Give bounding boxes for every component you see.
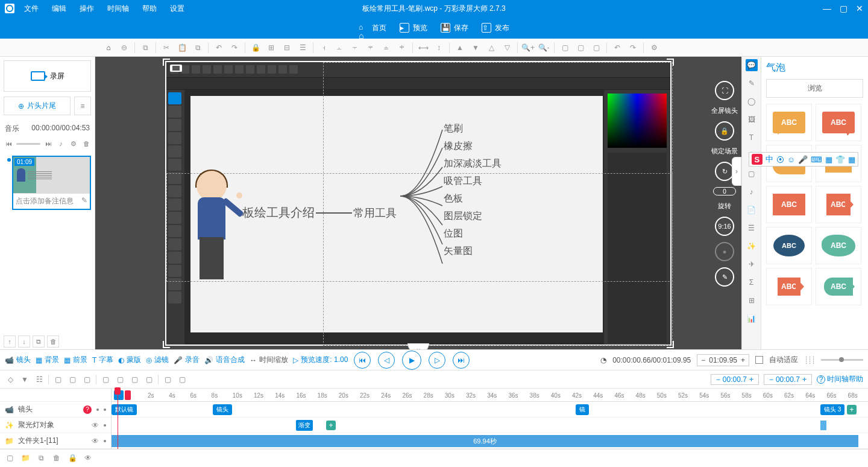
character-illustration[interactable] <box>184 171 239 279</box>
key-icon[interactable]: ◇ <box>5 374 16 385</box>
scene-thumbnail[interactable]: 01:09 点击添加备注信息 ✎ <box>12 156 91 210</box>
b-icon-2[interactable]: 📁 <box>20 453 30 463</box>
copy-scene-icon[interactable]: ⧉ <box>33 335 45 348</box>
align-center-icon[interactable]: ⫠ <box>332 40 347 55</box>
circle-sel-button[interactable]: ● <box>715 242 734 261</box>
ime-char[interactable]: ⦿ <box>776 155 784 164</box>
icon9[interactable]: ▢ <box>177 374 187 385</box>
camera-block-3[interactable]: 镜 <box>576 404 589 415</box>
delete-scene-icon[interactable]: 🗑 <box>47 335 59 348</box>
subtitle-tool[interactable]: T字幕 <box>92 355 113 365</box>
zoom-in-icon[interactable]: 🔍+ <box>521 40 535 55</box>
dist-v-icon[interactable]: ↕ <box>432 40 446 55</box>
edit-icon[interactable]: ✎ <box>81 196 87 206</box>
folder-track[interactable]: 69.94秒 <box>112 433 868 449</box>
close-button[interactable]: ✕ <box>856 4 863 13</box>
b-icon-5[interactable]: 🔒 <box>68 453 77 463</box>
ratio-button[interactable]: 9:16 <box>715 217 734 236</box>
home-button[interactable]: ⌂首页 <box>359 23 386 33</box>
filter-icon[interactable]: ▼ <box>19 374 30 385</box>
music-icon[interactable]: ♪ <box>746 186 758 198</box>
ime-char[interactable]: 👕 <box>835 155 845 164</box>
camera-block-2[interactable]: 镜头 <box>213 404 232 415</box>
bring-front-icon[interactable]: ▲ <box>453 40 467 55</box>
ime-char[interactable]: ⌨ <box>811 155 822 164</box>
shape-icon[interactable]: ◯ <box>746 95 758 107</box>
icon6[interactable]: ▢ <box>129 374 140 385</box>
next-frame-button[interactable]: ⏭ <box>453 352 470 369</box>
b-icon-6[interactable]: 👁 <box>83 453 93 463</box>
lock-scene-button[interactable]: 🔒 <box>715 121 734 141</box>
minimize-button[interactable]: — <box>823 4 831 13</box>
expand-panel-chevron[interactable]: › <box>732 157 741 186</box>
ime-char[interactable]: ☺ <box>787 155 795 164</box>
publish-button[interactable]: ⇧发布 <box>482 23 509 33</box>
vol-icon[interactable]: ♪ <box>56 139 66 148</box>
ime-toolbar[interactable]: S 中 ⦿ ☺ 🎤 ⌨ ▦ 👕 ▦ <box>749 152 858 167</box>
zoom-slider[interactable] <box>821 359 863 361</box>
align-top-icon[interactable]: ⫧ <box>363 40 378 55</box>
save-button[interactable]: 💾保存 <box>441 23 468 33</box>
folder-block[interactable]: 69.94秒 <box>112 435 858 447</box>
spotlight-track[interactable]: 渐变 + <box>112 418 868 433</box>
icon7[interactable]: ▢ <box>143 374 154 385</box>
menu-timeline[interactable]: 时间轴 <box>102 2 134 15</box>
prev-frame-button[interactable]: ⏮ <box>354 352 371 369</box>
ruler[interactable]: 2s4s6s8s10s12s14s16s18s20s22s24s26s28s30… <box>112 389 868 402</box>
menu-edit[interactable]: 编辑 <box>47 2 71 15</box>
frame-icon[interactable]: ▢ <box>746 168 758 180</box>
redo2-icon[interactable]: ↷ <box>626 40 640 55</box>
settings-icon[interactable]: ⚙ <box>647 40 661 55</box>
align-middle-icon[interactable]: ⫨ <box>379 40 394 55</box>
fx-icon[interactable]: ✨ <box>746 240 758 252</box>
tool-b-icon[interactable]: ▢ <box>573 40 588 55</box>
track-spotlight[interactable]: ✨聚光灯对象 👁 <box>0 418 111 433</box>
up-icon[interactable]: ↑ <box>4 335 16 348</box>
add-camera-button[interactable]: + <box>847 405 857 415</box>
redo-icon[interactable]: ↷ <box>227 40 242 55</box>
time-box-1[interactable]: −00:00.7+ <box>711 374 759 385</box>
browse-button[interactable]: 浏览 <box>766 79 863 98</box>
bubble-item[interactable]: ABC <box>816 227 861 264</box>
icon1[interactable]: ▢ <box>52 374 63 385</box>
play-button[interactable]: ▶ <box>402 351 421 370</box>
time-box-2[interactable]: −00:00.7+ <box>764 374 812 385</box>
icon3[interactable]: ▢ <box>81 374 92 385</box>
b-icon-3[interactable]: ⧉ <box>36 453 46 463</box>
ungroup-icon[interactable]: ⊟ <box>280 40 294 55</box>
bubble-item[interactable]: ABC <box>766 268 812 305</box>
tool-a-icon[interactable]: ▢ <box>558 40 572 55</box>
dist-h-icon[interactable]: ⟷ <box>416 40 430 55</box>
filter-tool[interactable]: ◎滤镜 <box>146 355 169 365</box>
paste-icon[interactable]: 📋 <box>175 40 189 55</box>
duration-box[interactable]: −01:09.95+ <box>697 354 749 366</box>
timeline-help-link[interactable]: ?时间轴帮助 <box>817 374 863 384</box>
toggle-list-button[interactable]: ≡ <box>74 97 91 115</box>
maximize-button[interactable]: ▢ <box>840 4 848 13</box>
step-back-button[interactable]: ◁ <box>378 352 395 369</box>
doc-icon[interactable]: 📄 <box>746 204 758 216</box>
menu-help[interactable]: 帮助 <box>137 2 162 15</box>
speed-label[interactable]: ▷预览速度: 1.00 <box>293 355 348 365</box>
layer-icon[interactable]: ☰ <box>295 40 310 55</box>
trash-icon[interactable]: 🗑 <box>81 139 91 148</box>
track-camera[interactable]: 📹镜头 ? <box>0 402 111 418</box>
align-right-icon[interactable]: ⫟ <box>348 40 362 55</box>
camera-tool[interactable]: 📹镜头 <box>5 355 31 365</box>
undo-icon[interactable]: ↶ <box>212 40 226 55</box>
autofit-checkbox[interactable] <box>755 356 763 364</box>
sigma-icon[interactable]: Σ <box>746 276 758 288</box>
sort-icon[interactable]: ☷ <box>34 374 45 385</box>
down-icon[interactable]: ↓ <box>18 335 30 348</box>
help-badge[interactable]: ? <box>83 405 92 414</box>
list-icon[interactable]: ☰ <box>746 222 758 234</box>
background-tool[interactable]: ▦背景 <box>36 355 59 365</box>
add-slide-button[interactable]: ⊕ 片头片尾 <box>4 97 71 115</box>
plane-icon[interactable]: ✈ <box>746 258 758 270</box>
icon8[interactable]: ▢ <box>162 374 173 385</box>
music-slider[interactable] <box>16 143 40 145</box>
bubble-item[interactable]: ABC <box>816 186 861 223</box>
foreground-tool[interactable]: ▦前景 <box>64 355 87 365</box>
bubble-tab-icon[interactable]: 💬 <box>746 59 758 71</box>
copy-icon[interactable]: ⧉ <box>138 40 153 55</box>
